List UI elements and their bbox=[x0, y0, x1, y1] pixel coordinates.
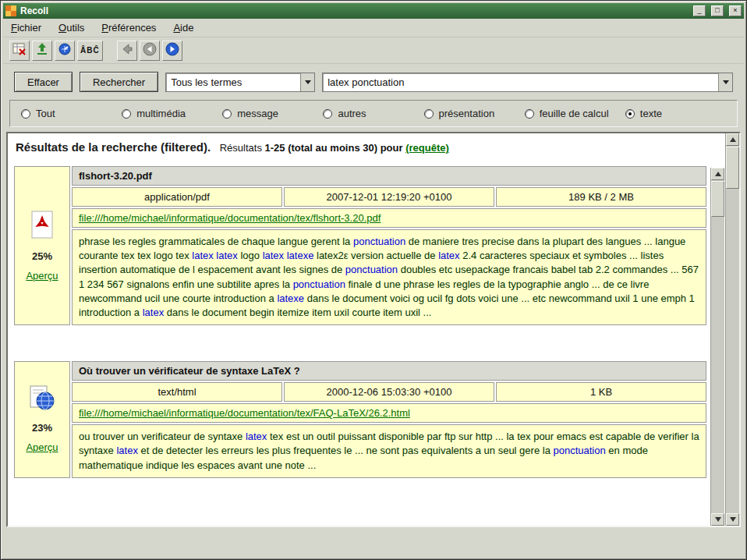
chevron-down-icon bbox=[723, 80, 729, 84]
toolbar-main-group: ÂBĈ bbox=[9, 41, 103, 61]
radio-icon[interactable] bbox=[222, 109, 232, 119]
result-1-side-panel: 25% Aperçu bbox=[14, 166, 70, 325]
menu-aide[interactable]: Aide bbox=[173, 22, 193, 34]
result-2-detail: Où trouver un vérificateur de syntaxe La… bbox=[72, 361, 706, 478]
search-button[interactable]: Rechercher bbox=[80, 72, 158, 92]
first-page-button[interactable] bbox=[117, 41, 137, 61]
search-row: Effacer Rechercher Tous les termes latex… bbox=[3, 64, 744, 97]
sort-history-button[interactable] bbox=[55, 41, 75, 61]
radio-icon[interactable] bbox=[625, 109, 635, 119]
recoll-window: Recoll _ □ × Fichier Outils Préférences … bbox=[0, 0, 747, 560]
search-mode-select[interactable]: Tous les termes bbox=[165, 73, 315, 92]
blue-globe-icon bbox=[58, 42, 72, 58]
clear-button[interactable]: Effacer bbox=[14, 72, 73, 92]
next-circle-icon bbox=[165, 42, 179, 58]
previous-page-button[interactable] bbox=[140, 41, 160, 61]
preview-link[interactable]: Aperçu bbox=[26, 441, 58, 453]
clear-search-button[interactable] bbox=[9, 41, 30, 61]
window-title: Recoll bbox=[20, 5, 688, 16]
menu-outils[interactable]: Outils bbox=[58, 22, 84, 34]
file-size: 1 KB bbox=[496, 382, 706, 402]
scroll-down-button[interactable] bbox=[726, 513, 739, 526]
term-explorer-button[interactable]: ÂBĈ bbox=[77, 41, 103, 61]
radio-icon[interactable] bbox=[21, 109, 30, 119]
toolbar-nav-group bbox=[117, 41, 182, 61]
relevance-percent: 25% bbox=[32, 250, 52, 262]
search-mode-dropdown-button[interactable] bbox=[300, 73, 314, 91]
update-index-button[interactable] bbox=[32, 41, 52, 61]
result-title: Où trouver un vérificateur de syntaxe La… bbox=[72, 361, 706, 381]
chevron-down-icon bbox=[305, 80, 311, 84]
filter-texte[interactable]: texte bbox=[625, 108, 726, 119]
arrow-down-icon bbox=[715, 517, 721, 522]
back-arrow-icon bbox=[120, 42, 134, 58]
result-url-row: file:///home/michael/informatique/docume… bbox=[72, 208, 706, 228]
search-query-input[interactable]: latex ponctuation bbox=[323, 73, 718, 91]
next-page-button[interactable] bbox=[162, 41, 182, 61]
results-list-scrollbar[interactable] bbox=[710, 168, 724, 526]
filter-autres[interactable]: autres bbox=[323, 108, 423, 119]
preview-link[interactable]: Aperçu bbox=[26, 270, 58, 282]
modified-date: 2000-12-06 15:03:30 +0100 bbox=[284, 382, 494, 402]
result-url-link[interactable]: file:///home/michael/informatique/docume… bbox=[79, 212, 381, 224]
toolbar: ÂBĈ bbox=[3, 37, 744, 64]
result-url-link[interactable]: file:///home/michael/informatique/docume… bbox=[79, 407, 410, 419]
filter-feuille-de-calcul[interactable]: feuille de calcul bbox=[525, 108, 625, 119]
result-snippet: ou trouver un verificateur de syntaxe la… bbox=[72, 424, 706, 478]
arrow-up-icon bbox=[730, 137, 736, 142]
radio-icon[interactable] bbox=[525, 109, 534, 119]
recoll-app-icon bbox=[5, 5, 16, 16]
search-mode-value: Tous les termes bbox=[166, 73, 300, 91]
titlebar[interactable]: Recoll _ □ × bbox=[3, 3, 744, 19]
result-2-side-panel: 23% Aperçu bbox=[14, 361, 70, 478]
result-snippet: phrase les regles grammaticales de chaqu… bbox=[72, 229, 706, 325]
arrow-up-icon bbox=[715, 172, 721, 176]
results-header: Résultats de la recherche (filtered). Ré… bbox=[8, 133, 708, 158]
filter-tout[interactable]: Tout bbox=[21, 108, 122, 119]
arrow-down-icon bbox=[730, 517, 736, 522]
radio-icon[interactable] bbox=[424, 109, 434, 119]
result-row-2: 23% Aperçu Où trouver un vérificateur de… bbox=[14, 361, 706, 478]
menubar: Fichier Outils Préférences Aide bbox=[3, 19, 744, 37]
results-summary: Résultats 1-25 (total au moins 30) pour … bbox=[220, 142, 449, 154]
results-pane-scrollbar[interactable] bbox=[725, 133, 739, 526]
term-explorer-icon: ÂBĈ bbox=[78, 46, 102, 55]
results-list: Résultats de la recherche (filtered). Ré… bbox=[8, 133, 708, 526]
results-title: Résultats de la recherche (filtered). bbox=[16, 140, 211, 154]
scroll-up-button[interactable] bbox=[711, 168, 724, 180]
radio-icon[interactable] bbox=[323, 109, 332, 119]
modified-date: 2007-12-01 12:19:20 +0100 bbox=[284, 187, 494, 207]
query-link[interactable]: (requête) bbox=[405, 142, 449, 154]
menu-fichier[interactable]: Fichier bbox=[11, 22, 41, 34]
minimize-button[interactable]: _ bbox=[693, 5, 706, 16]
filter-presentation[interactable]: présentation bbox=[424, 108, 525, 119]
mime-type: application/pdf bbox=[72, 187, 282, 207]
result-row-1: 25% Aperçu flshort-3.20.pdf application/… bbox=[14, 166, 706, 325]
mime-type: text/html bbox=[72, 382, 282, 402]
scrollbar-thumb[interactable] bbox=[726, 147, 739, 189]
result-1-detail: flshort-3.20.pdf application/pdf 2007-12… bbox=[72, 166, 706, 325]
previous-circle-icon bbox=[143, 42, 157, 58]
result-url-row: file:///home/michael/informatique/docume… bbox=[72, 403, 706, 423]
filter-multimedia[interactable]: multimédia bbox=[122, 108, 222, 119]
html-file-icon bbox=[29, 385, 55, 414]
result-title: flshort-3.20.pdf bbox=[72, 166, 706, 186]
result-meta-row: text/html 2000-12-06 15:03:30 +0100 1 KB bbox=[72, 382, 706, 402]
maximize-button[interactable]: □ bbox=[711, 5, 724, 16]
file-size: 189 KB / 2 MB bbox=[496, 187, 706, 207]
close-button[interactable]: × bbox=[729, 5, 742, 16]
filter-message[interactable]: message bbox=[222, 108, 323, 119]
scroll-up-button[interactable] bbox=[726, 133, 739, 146]
menu-preferences[interactable]: Préférences bbox=[101, 22, 156, 34]
category-filter-bar: Tout multimédia message autres présentat… bbox=[9, 100, 738, 127]
scroll-down-button[interactable] bbox=[711, 513, 724, 526]
clear-search-icon bbox=[12, 42, 27, 58]
radio-icon[interactable] bbox=[122, 109, 131, 119]
pdf-file-icon bbox=[29, 211, 55, 243]
relevance-percent: 23% bbox=[32, 422, 52, 434]
scrollbar-thumb[interactable] bbox=[711, 181, 724, 217]
search-query-combobox[interactable]: latex ponctuation bbox=[322, 73, 733, 92]
search-query-dropdown-button[interactable] bbox=[718, 73, 732, 91]
update-index-icon bbox=[35, 42, 49, 58]
result-meta-row: application/pdf 2007-12-01 12:19:20 +010… bbox=[72, 187, 706, 207]
